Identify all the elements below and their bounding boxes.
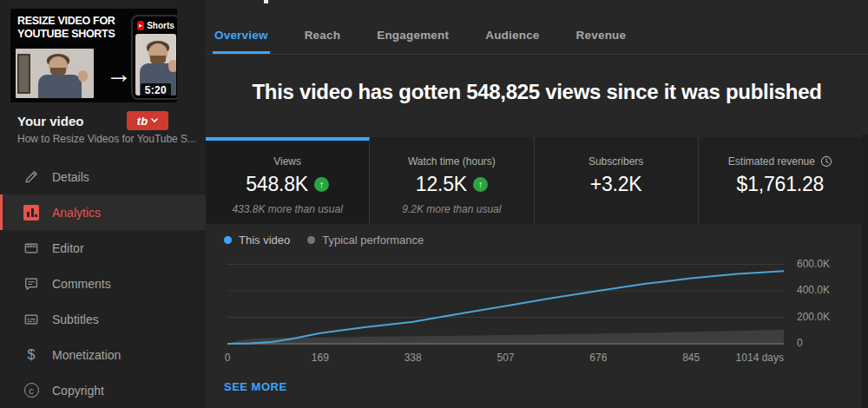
dollar-icon: $ <box>23 346 40 364</box>
legend-item-typical-performance[interactable]: Typical performance <box>307 234 424 247</box>
legend-dot-gray <box>307 236 315 244</box>
sidebar-item-label: Comments <box>52 277 111 291</box>
metric-card-subscribers[interactable]: Subscribers +3.2K <box>535 137 699 224</box>
legend-label: This video <box>239 234 290 247</box>
metric-card-views[interactable]: Views 548.8K ↑ 433.8K more than usual <box>206 137 370 224</box>
clapperboard-icon <box>23 240 40 257</box>
sidebar-item-label: Details <box>52 170 89 184</box>
up-arrow-icon: ↑ <box>314 177 329 192</box>
x-axis-tick-label: 338 <box>404 352 422 364</box>
thumbnail-webcam-photo <box>16 49 94 98</box>
tab-engagement[interactable]: Engagement <box>375 29 450 54</box>
sidebar: RESIZE VIDEO FOR YOUTUBE SHORTS → ▶ Shor… <box>0 0 206 408</box>
analytics-main-panel: Overview Reach Engagement Audience Reven… <box>206 0 868 408</box>
bar-chart-icon <box>23 204 40 221</box>
chart-legend: This video Typical performance <box>224 234 424 247</box>
sidebar-item-comments[interactable]: Comments <box>0 266 206 301</box>
sidebar-item-label: Analytics <box>52 206 101 220</box>
sidebar-item-label: Editor <box>52 241 84 255</box>
x-axis-tick-label: 1014 days <box>736 352 784 364</box>
shorts-label: Shorts <box>147 21 174 30</box>
metric-delta: 9.2K more than usual <box>370 203 533 215</box>
metric-delta: 433.8K more than usual <box>206 203 369 215</box>
thumbnail-title-text: RESIZE VIDEO FOR YOUTUBE SHORTS <box>17 15 130 41</box>
metric-card-estimated-revenue[interactable]: Estimated revenue $1,761.28 <box>699 137 862 224</box>
tab-audience[interactable]: Audience <box>483 29 541 54</box>
pencil-icon <box>23 168 40 186</box>
mirror-decor <box>17 54 30 94</box>
legend-item-this-video[interactable]: This video <box>224 234 290 247</box>
tab-revenue[interactable]: Revenue <box>575 29 628 54</box>
sidebar-item-copyright[interactable]: c Copyright <box>0 372 206 408</box>
y-axis-tick-label: 400.0K <box>797 284 830 296</box>
metric-value: +3.2K <box>590 173 642 196</box>
sidebar-item-monetization[interactable]: $ Monetization <box>0 337 206 372</box>
metric-label: Watch time (hours) <box>370 155 533 168</box>
video-title: How to Resize Videos for YouTube S... <box>17 133 195 145</box>
arrow-icon: → <box>106 59 132 89</box>
x-axis-tick-label: 676 <box>589 352 607 364</box>
x-axis-tick-label: 169 <box>312 352 329 364</box>
y-axis-tick-label: 600.0K <box>797 258 830 270</box>
chevron-down-icon <box>151 118 158 123</box>
up-arrow-icon: ↑ <box>473 177 488 192</box>
metric-label: Subscribers <box>535 155 698 168</box>
scrollbar-track[interactable] <box>862 135 868 408</box>
tubebuddy-logo: tb <box>137 115 148 128</box>
video-thumbnail[interactable]: RESIZE VIDEO FOR YOUTUBE SHORTS → ▶ Shor… <box>10 9 177 102</box>
sidebar-item-details[interactable]: Details <box>0 159 206 194</box>
metric-value: $1,761.28 <box>737 173 825 196</box>
sidebar-item-analytics[interactable]: Analytics <box>0 194 206 230</box>
y-axis-tick-label: 0 <box>797 337 803 349</box>
analytics-tab-bar: Overview Reach Engagement Audience Reven… <box>206 0 868 55</box>
tab-reach[interactable]: Reach <box>303 29 343 54</box>
sidebar-item-label: Copyright <box>52 384 104 398</box>
tubebuddy-extension-button[interactable]: tb <box>127 111 168 130</box>
x-axis-tick-label: 0 <box>225 352 231 364</box>
sidebar-item-subtitles[interactable]: Subtitles <box>0 301 206 337</box>
x-axis-tick-label: 845 <box>682 352 700 364</box>
see-more-link[interactable]: SEE MORE <box>224 380 287 393</box>
shorts-logo-icon: ▶ <box>137 21 144 30</box>
legend-dot-blue <box>224 236 232 244</box>
y-axis-tick-label: 200.0K <box>797 311 830 323</box>
views-chart-svg[interactable] <box>227 260 784 350</box>
metric-label: Estimated revenue <box>699 155 862 168</box>
sidebar-item-editor[interactable]: Editor <box>0 230 206 266</box>
comment-icon <box>23 275 40 293</box>
tab-overview[interactable]: Overview <box>213 29 270 54</box>
metric-cards-row: Views 548.8K ↑ 433.8K more than usual Wa… <box>206 137 862 224</box>
sidebar-item-label: Subtitles <box>52 313 99 326</box>
video-duration-badge: 5:20 <box>141 83 171 98</box>
youtube-studio-analytics-page: RESIZE VIDEO FOR YOUTUBE SHORTS → ▶ Shor… <box>0 0 868 408</box>
sidebar-item-label: Monetization <box>52 348 121 362</box>
subtitles-icon <box>23 311 40 328</box>
metric-value: 548.8K <box>246 173 308 196</box>
views-headline: This video has gotten 548,825 views sinc… <box>206 80 868 104</box>
clock-icon <box>820 155 832 168</box>
metric-card-watch-time[interactable]: Watch time (hours) 12.5K ↑ 9.2K more tha… <box>370 137 534 224</box>
legend-label: Typical performance <box>322 234 424 247</box>
metric-value: 12.5K <box>416 173 467 196</box>
your-video-heading: Your video <box>17 114 83 128</box>
metric-label: Views <box>206 155 369 168</box>
copyright-icon: c <box>23 382 40 399</box>
sidebar-menu: Details Analytics Editor <box>0 159 206 408</box>
x-axis-tick-label: 507 <box>496 352 514 364</box>
